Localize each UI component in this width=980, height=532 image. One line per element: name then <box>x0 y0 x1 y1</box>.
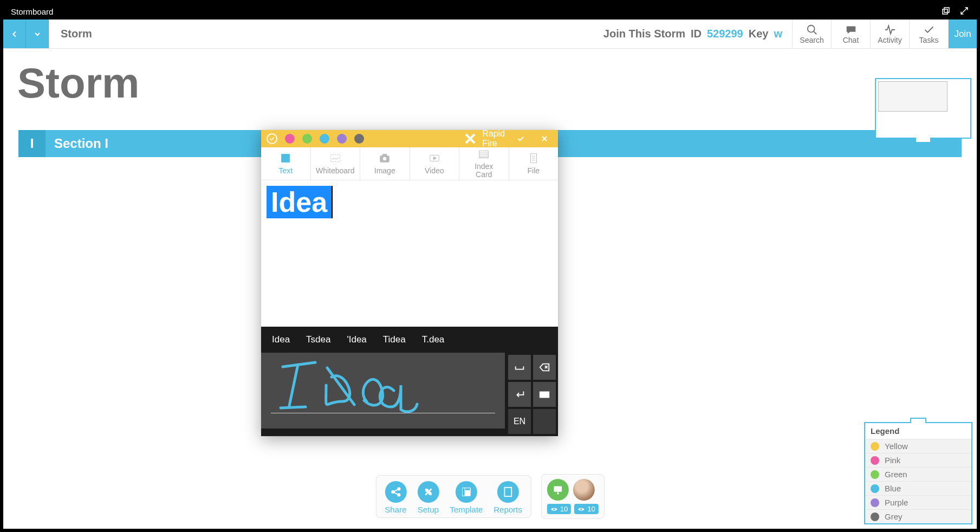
restore-icon[interactable] <box>941 6 951 17</box>
color-swatch[interactable] <box>285 134 295 144</box>
breadcrumb-storm-name[interactable]: Storm <box>49 20 104 48</box>
present-mode-button[interactable] <box>547 479 569 501</box>
chat-button[interactable]: Chat <box>832 20 871 48</box>
handwriting-canvas[interactable] <box>261 353 506 429</box>
legend-row-blue[interactable]: Blue <box>865 481 971 495</box>
tab-whiteboard[interactable]: Whiteboard <box>311 147 361 180</box>
color-swatch[interactable] <box>354 134 364 144</box>
backspace-key[interactable] <box>533 355 556 380</box>
modal-tabs: Text Whiteboard Image Video Index Card <box>261 147 558 180</box>
create-sticky-modal: Rapid Fire Text Whiteboard Image <box>261 130 558 436</box>
sticky-text-input[interactable]: Idea <box>261 180 558 327</box>
legend-swatch <box>871 484 879 493</box>
legend-swatch <box>871 498 879 507</box>
legend-row-yellow[interactable]: Yellow <box>865 439 971 453</box>
modal-color-bar: Rapid Fire <box>261 130 558 147</box>
template-icon <box>456 481 477 503</box>
legend-swatch <box>871 470 879 479</box>
blank-key <box>533 409 556 434</box>
legend-row-pink[interactable]: Pink <box>865 453 971 467</box>
reports-button[interactable]: Reports <box>494 481 522 514</box>
suggestion-item[interactable]: T.dea <box>422 334 445 345</box>
join-info: Join This Storm ID 529299 Key w <box>603 20 792 48</box>
tab-file[interactable]: File <box>509 147 559 180</box>
legend-toggle[interactable] <box>910 418 926 423</box>
color-swatch[interactable] <box>320 134 329 144</box>
svg-rect-24 <box>541 393 542 394</box>
template-button[interactable]: Template <box>450 481 483 514</box>
view-count-badge[interactable]: 10 <box>547 504 571 514</box>
handwriting-stroke <box>277 357 472 422</box>
language-key[interactable]: EN <box>508 409 531 434</box>
page-title: Storm <box>17 59 139 108</box>
svg-rect-0 <box>943 9 947 14</box>
svg-rect-15 <box>282 154 290 163</box>
svg-rect-10 <box>462 488 465 496</box>
tab-text[interactable]: Text <box>261 147 311 180</box>
svg-point-14 <box>580 508 582 510</box>
minimap-viewport[interactable] <box>878 81 947 112</box>
suggestion-item[interactable]: 'Idea <box>347 334 366 345</box>
svg-rect-25 <box>542 393 543 394</box>
share-button[interactable]: Share <box>385 481 406 514</box>
legend-swatch <box>871 456 879 465</box>
storm-id: 529299 <box>707 28 743 40</box>
color-selected-icon[interactable] <box>267 133 277 144</box>
storm-key: w <box>774 28 782 40</box>
bottom-toolbar: Share Setup Template Reports <box>375 474 604 519</box>
expand-icon[interactable] <box>959 6 969 17</box>
modal-close-button[interactable] <box>536 134 553 143</box>
svg-point-13 <box>553 508 555 510</box>
reports-icon <box>497 481 518 503</box>
color-swatch[interactable] <box>337 134 347 144</box>
section-label: Section I <box>54 136 108 151</box>
legend-row-green[interactable]: Green <box>865 467 971 481</box>
entered-text-selected: Idea <box>267 186 333 218</box>
color-swatch[interactable] <box>302 134 312 144</box>
svg-rect-12 <box>554 486 562 492</box>
search-button[interactable]: Search <box>793 20 832 48</box>
space-key[interactable] <box>508 355 531 380</box>
app-title: Stormboard <box>11 7 53 16</box>
window-title-bar: Stormboard <box>3 3 977 20</box>
canvas[interactable]: Storm I Section I Share Setup <box>3 49 977 529</box>
legend-panel[interactable]: Legend YellowPinkGreenBluePurpleGrey <box>864 422 972 524</box>
svg-rect-1 <box>944 8 949 12</box>
suggestion-item[interactable]: Tsdea <box>306 334 330 345</box>
minimap[interactable] <box>875 78 971 139</box>
keyboard-key[interactable] <box>533 382 556 407</box>
user-avatar[interactable] <box>573 479 595 501</box>
svg-point-6 <box>425 489 429 492</box>
tab-video[interactable]: Video <box>410 147 460 180</box>
handwriting-panel: IdeaTsdea'IdeaTideaT.dea <box>261 327 558 436</box>
tab-image[interactable]: Image <box>360 147 410 180</box>
activity-button[interactable]: Activity <box>871 20 910 48</box>
setup-icon <box>417 481 439 503</box>
suggestion-item[interactable]: Tidea <box>383 334 406 345</box>
top-toolbar: Storm Join This Storm ID 529299 Key w Se… <box>3 20 977 49</box>
suggestion-item[interactable]: Idea <box>272 334 290 345</box>
presence-panel: 10 10 <box>541 474 605 519</box>
modal-confirm-button[interactable] <box>512 134 529 143</box>
join-button[interactable]: Join <box>949 20 977 48</box>
legend-swatch <box>871 442 879 451</box>
legend-row-grey[interactable]: Grey <box>865 509 971 523</box>
share-icon <box>385 481 406 503</box>
legend-swatch <box>871 512 879 521</box>
nav-dropdown-button[interactable] <box>26 20 49 48</box>
svg-rect-27 <box>546 393 547 394</box>
activity-count-badge[interactable]: 10 <box>574 504 598 514</box>
svg-rect-19 <box>383 154 387 157</box>
minimap-toggle[interactable] <box>915 138 931 143</box>
legend-row-purple[interactable]: Purple <box>865 495 971 509</box>
svg-rect-28 <box>547 393 548 394</box>
tab-index-card[interactable]: Index Card <box>459 147 509 180</box>
rapid-fire-toggle[interactable]: Rapid Fire <box>462 129 505 148</box>
tasks-button[interactable]: Tasks <box>910 20 949 48</box>
setup-button[interactable]: Setup <box>417 481 439 514</box>
svg-rect-26 <box>544 393 545 394</box>
enter-key[interactable] <box>508 382 531 407</box>
svg-point-18 <box>383 157 387 160</box>
legend-title: Legend <box>865 423 971 439</box>
nav-back-button[interactable] <box>3 20 26 48</box>
